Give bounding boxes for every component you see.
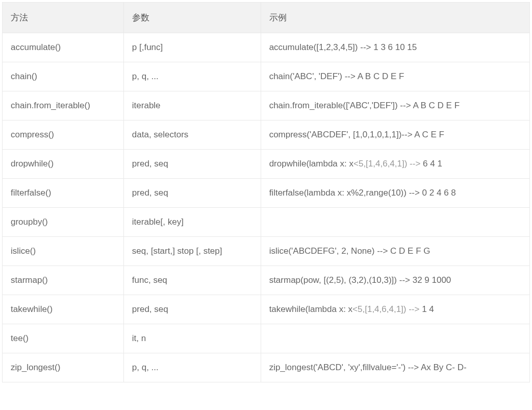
cell-method: compress(): [3, 120, 124, 150]
cell-params: seq, [start,] stop [, step]: [123, 237, 261, 266]
itertools-methods-table: 方法 参数 示例 accumulate() p [,func] accumula…: [2, 2, 530, 382]
cell-params: p [,func]: [123, 33, 261, 62]
cell-example: takewhile(lambda x: x<5,[1,4,6,4,1]) -->…: [261, 295, 529, 324]
table-row: accumulate() p [,func] accumulate([1,2,3…: [3, 33, 530, 62]
cell-method: chain(): [3, 62, 124, 91]
cell-method: zip_longest(): [3, 353, 124, 382]
cell-method: dropwhile(): [3, 150, 124, 179]
header-method: 方法: [3, 3, 124, 33]
cell-method: filterfalse(): [3, 179, 124, 208]
cell-params: p, q, ...: [123, 353, 261, 382]
cell-method: starmap(): [3, 266, 124, 295]
table-row: islice() seq, [start,] stop [, step] isl…: [3, 237, 530, 266]
cell-params: iterable: [123, 91, 261, 120]
cell-params: p, q, ...: [123, 62, 261, 91]
header-params: 参数: [123, 3, 261, 33]
cell-method: tee(): [3, 324, 124, 353]
table-row: zip_longest() p, q, ... zip_longest('ABC…: [3, 353, 530, 382]
table-row: filterfalse() pred, seq filterfalse(lamb…: [3, 179, 530, 208]
cell-example: compress('ABCDEF', [1,0,1,0,1,1])--> A C…: [261, 120, 529, 150]
table-row: tee() it, n: [3, 324, 530, 353]
header-example: 示例: [261, 3, 529, 33]
cell-example: filterfalse(lambda x: x%2,range(10)) -->…: [261, 179, 529, 208]
cell-example: chain('ABC', 'DEF') --> A B C D E F: [261, 62, 529, 91]
cell-params: iterable[, key]: [123, 208, 261, 237]
cell-method: takewhile(): [3, 295, 124, 324]
cell-method: chain.from_iterable(): [3, 91, 124, 120]
cell-example: [261, 324, 529, 353]
table-row: chain() p, q, ... chain('ABC', 'DEF') --…: [3, 62, 530, 91]
cell-method: islice(): [3, 237, 124, 266]
table-row: takewhile() pred, seq takewhile(lambda x…: [3, 295, 530, 324]
cell-example: [261, 208, 529, 237]
cell-example: starmap(pow, [(2,5), (3,2),(10,3)]) --> …: [261, 266, 529, 295]
cell-method: accumulate(): [3, 33, 124, 62]
cell-params: pred, seq: [123, 150, 261, 179]
table-row: groupby() iterable[, key]: [3, 208, 530, 237]
table-row: compress() data, selectors compress('ABC…: [3, 120, 530, 150]
cell-method: groupby(): [3, 208, 124, 237]
cell-params: func, seq: [123, 266, 261, 295]
cell-example: zip_longest('ABCD', 'xy',fillvalue='-') …: [261, 353, 529, 382]
cell-params: pred, seq: [123, 179, 261, 208]
table-row: starmap() func, seq starmap(pow, [(2,5),…: [3, 266, 530, 295]
cell-example: chain.from_iterable(['ABC','DEF']) --> A…: [261, 91, 529, 120]
table-header-row: 方法 参数 示例: [3, 3, 530, 33]
cell-params: it, n: [123, 324, 261, 353]
table-row: chain.from_iterable() iterable chain.fro…: [3, 91, 530, 120]
cell-example: dropwhile(lambda x: x<5,[1,4,6,4,1]) -->…: [261, 150, 529, 179]
cell-params: data, selectors: [123, 120, 261, 150]
table-row: dropwhile() pred, seq dropwhile(lambda x…: [3, 150, 530, 179]
cell-example: accumulate([1,2,3,4,5]) --> 1 3 6 10 15: [261, 33, 529, 62]
cell-example: islice('ABCDEFG', 2, None) --> C D E F G: [261, 237, 529, 266]
cell-params: pred, seq: [123, 295, 261, 324]
